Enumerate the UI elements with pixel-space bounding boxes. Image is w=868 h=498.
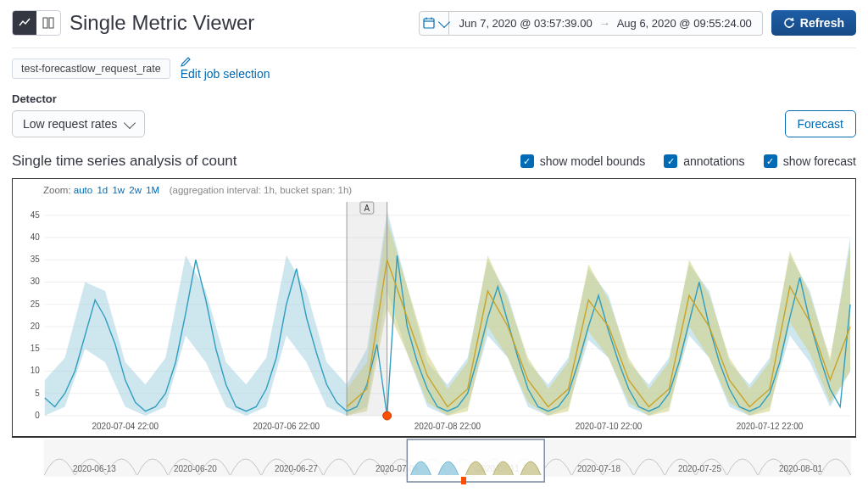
main-chart[interactable]: Zoom: auto 1d 1w 2w 1M (aggregation inte… bbox=[12, 178, 856, 437]
svg-text:35: 35 bbox=[31, 255, 41, 264]
svg-point-36 bbox=[383, 411, 392, 420]
svg-text:20: 20 bbox=[31, 322, 41, 331]
svg-rect-0 bbox=[43, 18, 47, 28]
svg-text:2020-06-20: 2020-06-20 bbox=[174, 464, 217, 473]
zoom-1w[interactable]: 1w bbox=[112, 185, 127, 195]
time-start: Jun 7, 2020 @ 03:57:39.00 bbox=[459, 17, 593, 30]
svg-text:30: 30 bbox=[31, 277, 41, 286]
svg-text:2020-07-10 22:00: 2020-07-10 22:00 bbox=[576, 422, 643, 431]
zoom-controls: Zoom: auto 1d 1w 2w 1M (aggregation inte… bbox=[13, 184, 855, 197]
show-model-bounds-checkbox[interactable]: ✓show model bounds bbox=[520, 154, 646, 168]
refresh-icon bbox=[783, 17, 795, 29]
table-view-icon[interactable] bbox=[36, 11, 60, 35]
annotations-checkbox[interactable]: ✓annotations bbox=[664, 154, 744, 168]
chart-view-icon[interactable] bbox=[13, 11, 36, 35]
calendar-button[interactable] bbox=[419, 11, 449, 36]
agg-text: (aggregation interval: 1h, bucket span: … bbox=[170, 185, 352, 195]
svg-text:15: 15 bbox=[31, 344, 41, 353]
time-range-display[interactable]: Jun 7, 2020 @ 03:57:39.00 → Aug 6, 2020 … bbox=[449, 11, 763, 36]
view-toggle[interactable] bbox=[12, 10, 61, 36]
svg-text:2020-07-18: 2020-07-18 bbox=[577, 464, 620, 473]
zoom-1d[interactable]: 1d bbox=[97, 185, 110, 195]
chevron-down-icon bbox=[438, 15, 450, 27]
navigator-chart[interactable]: 2020-06-132020-06-202020-06-272020-07-04… bbox=[12, 437, 856, 486]
svg-rect-1 bbox=[49, 18, 53, 28]
refresh-button[interactable]: Refresh bbox=[771, 10, 856, 36]
svg-text:0: 0 bbox=[35, 411, 40, 420]
svg-rect-47 bbox=[461, 477, 466, 484]
check-icon: ✓ bbox=[764, 154, 777, 168]
forecast-button[interactable]: Forecast bbox=[785, 110, 856, 137]
check-icon: ✓ bbox=[664, 154, 677, 168]
svg-text:2020-07-12 22:00: 2020-07-12 22:00 bbox=[737, 422, 804, 431]
chevron-down-icon bbox=[124, 116, 136, 128]
svg-text:40: 40 bbox=[31, 232, 41, 242]
svg-text:25: 25 bbox=[31, 299, 41, 309]
zoom-2w[interactable]: 2w bbox=[129, 185, 144, 195]
svg-text:45: 45 bbox=[31, 210, 41, 220]
zoom-1M[interactable]: 1M bbox=[146, 185, 162, 195]
arrow-right-icon: → bbox=[599, 17, 610, 30]
svg-text:2020-06-27: 2020-06-27 bbox=[275, 464, 318, 473]
page-title: Single Metric Viewer bbox=[70, 11, 254, 35]
show-forecast-checkbox[interactable]: ✓show forecast bbox=[764, 154, 856, 168]
time-end: Aug 6, 2020 @ 09:55:24.00 bbox=[617, 17, 752, 30]
analysis-title: Single time series analysis of count bbox=[12, 153, 237, 170]
pencil-icon bbox=[181, 57, 191, 67]
svg-text:2020-07-08 22:00: 2020-07-08 22:00 bbox=[415, 422, 481, 431]
svg-text:A: A bbox=[364, 204, 370, 213]
svg-text:2020-06-13: 2020-06-13 bbox=[73, 464, 116, 473]
time-range-picker[interactable]: Jun 7, 2020 @ 03:57:39.00 → Aug 6, 2020 … bbox=[419, 11, 763, 36]
svg-rect-46 bbox=[407, 439, 544, 482]
svg-rect-2 bbox=[424, 19, 434, 28]
svg-text:10: 10 bbox=[31, 366, 41, 375]
svg-text:5: 5 bbox=[35, 389, 40, 398]
calendar-icon bbox=[420, 16, 438, 30]
edit-job-link[interactable]: Edit job selection bbox=[181, 57, 270, 81]
selected-job-pill[interactable]: test-forecastlow_request_rate bbox=[12, 59, 170, 79]
svg-text:2020-08-01: 2020-08-01 bbox=[779, 464, 822, 473]
svg-text:2020-07-25: 2020-07-25 bbox=[678, 464, 721, 473]
detector-select[interactable]: Low request rates bbox=[12, 110, 145, 137]
svg-text:2020-07-06 22:00: 2020-07-06 22:00 bbox=[253, 422, 320, 431]
svg-text:2020-07-04 22:00: 2020-07-04 22:00 bbox=[92, 422, 159, 431]
detector-label: Detector bbox=[12, 92, 856, 105]
check-icon: ✓ bbox=[520, 154, 534, 168]
zoom-auto[interactable]: auto bbox=[74, 185, 96, 195]
